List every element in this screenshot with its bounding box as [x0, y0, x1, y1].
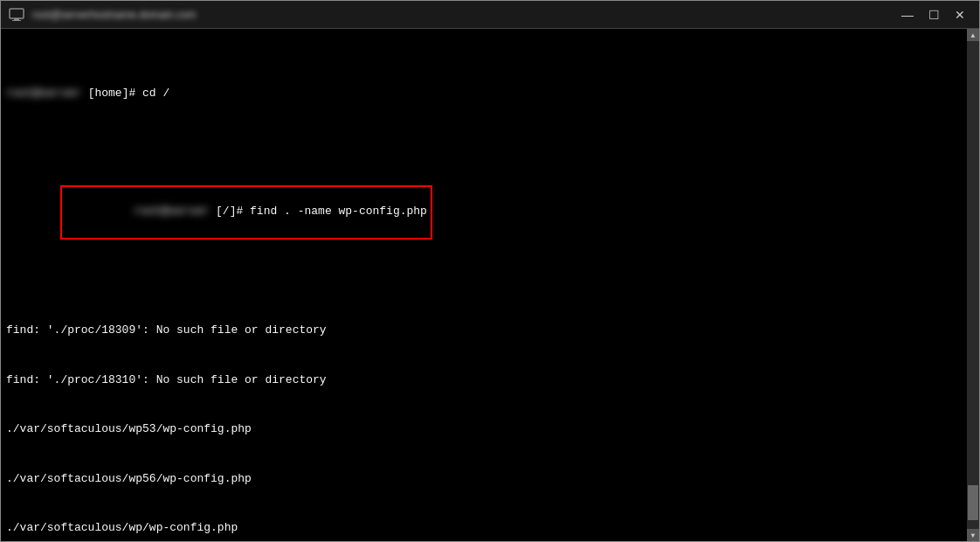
terminal-line: ./var/softaculous/wp53/wp-config.php	[6, 421, 962, 438]
scroll-track[interactable]	[967, 41, 979, 529]
scroll-up-arrow[interactable]: ▲	[967, 29, 979, 41]
minimize-button[interactable]: —	[895, 4, 920, 25]
title-text: root@serverhostname.domain.com	[32, 9, 197, 21]
scroll-down-arrow[interactable]: ▼	[967, 529, 979, 541]
window-controls: — ☐ ✕	[895, 4, 972, 25]
maximize-button[interactable]: ☐	[921, 4, 946, 25]
scroll-thumb[interactable]	[968, 485, 978, 520]
terminal-line: find: './proc/18309': No such file or di…	[6, 323, 962, 339]
close-button[interactable]: ✕	[948, 4, 972, 25]
title-bar-left: root@serverhostname.domain.com	[8, 6, 197, 24]
terminal-line: ./var/softaculous/wp56/wp-config.php	[6, 471, 962, 488]
terminal-line: ./var/softaculous/wp/wp-config.php	[6, 520, 962, 537]
scrollbar[interactable]: ▲ ▼	[967, 29, 979, 541]
svg-rect-2	[12, 20, 21, 21]
terminal-body: root@server [home]# cd / root@server [/]…	[1, 29, 979, 541]
terminal-line-highlight: root@server [/]# find . -name wp-config.…	[6, 169, 962, 256]
terminal-line: root@server [home]# cd /	[6, 86, 962, 102]
terminal-icon	[8, 6, 25, 24]
title-bar: root@serverhostname.domain.com — ☐ ✕	[1, 1, 979, 29]
svg-rect-1	[14, 18, 19, 20]
terminal-output[interactable]: root@server [home]# cd / root@server [/]…	[1, 29, 967, 541]
svg-rect-0	[10, 9, 24, 18]
terminal-window: root@serverhostname.domain.com — ☐ ✕ roo…	[0, 0, 980, 542]
terminal-line: find: './proc/18310': No such file or di…	[6, 372, 962, 389]
